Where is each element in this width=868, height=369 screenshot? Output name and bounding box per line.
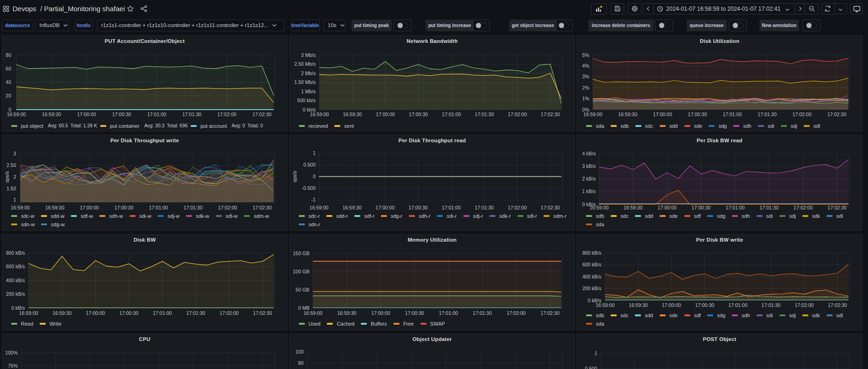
svg-text:2: 2 <box>14 174 16 180</box>
svg-text:17:01:30: 17:01:30 <box>475 205 494 210</box>
svg-text:17:01:30: 17:01:30 <box>475 111 494 117</box>
svg-text:17:02:30: 17:02:30 <box>253 205 272 210</box>
svg-text:16:59:00: 16:59:00 <box>310 111 329 117</box>
svg-text:0.500: 0.500 <box>585 365 597 369</box>
svg-text:1: 1 <box>14 197 16 202</box>
svg-text:17:00:00: 17:00:00 <box>77 111 96 117</box>
svg-text:500 kb/s: 500 kb/s <box>297 97 316 103</box>
svg-text:17:00:30: 17:00:30 <box>112 111 131 117</box>
svg-text:17:01:00: 17:01:00 <box>153 310 172 316</box>
svg-text:2.50 Mb/s: 2.50 Mb/s <box>294 61 316 67</box>
svg-text:17:02:30: 17:02:30 <box>541 111 560 117</box>
svg-text:2%: 2% <box>582 85 589 91</box>
svg-text:16:59:30: 16:59:30 <box>342 205 361 210</box>
svg-text:17:00:30: 17:00:30 <box>409 111 428 117</box>
svg-text:50 GB: 50 GB <box>296 287 310 292</box>
svg-text:40: 40 <box>6 79 11 85</box>
svg-text:16:59:00: 16:59:00 <box>7 111 26 117</box>
svg-text:17:01:30: 17:01:30 <box>473 310 492 316</box>
svg-text:17:00:00: 17:00:00 <box>375 205 394 210</box>
svg-text:16:59:30: 16:59:30 <box>42 111 61 117</box>
svg-text:2.50: 2.50 <box>7 162 16 168</box>
svg-text:17:02:30: 17:02:30 <box>827 111 847 117</box>
svg-text:17:02:00: 17:02:00 <box>508 111 527 117</box>
svg-text:4%: 4% <box>582 63 589 69</box>
svg-text:60: 60 <box>6 66 11 71</box>
svg-text:17:01:00: 17:01:00 <box>441 205 461 210</box>
svg-text:16:59:30: 16:59:30 <box>45 205 64 210</box>
svg-text:1.50: 1.50 <box>7 186 16 191</box>
svg-text:ops/s: ops/s <box>4 171 10 183</box>
svg-text:17:01:00: 17:01:00 <box>729 302 748 308</box>
svg-text:16:59:30: 16:59:30 <box>343 111 362 117</box>
svg-text:17:02:30: 17:02:30 <box>541 205 560 210</box>
svg-text:17:00:30: 17:00:30 <box>119 310 138 316</box>
svg-text:16:59:00: 16:59:00 <box>11 205 30 210</box>
svg-text:80: 80 <box>298 360 303 365</box>
svg-text:75%: 75% <box>8 362 18 368</box>
svg-text:17:00:30: 17:00:30 <box>695 302 714 308</box>
svg-text:17:02:00: 17:02:00 <box>794 205 813 210</box>
svg-text:1%: 1% <box>582 96 589 101</box>
svg-text:17:02:00: 17:02:00 <box>217 111 236 117</box>
svg-text:0: 0 <box>313 174 316 179</box>
svg-text:17:00:30: 17:00:30 <box>408 205 427 210</box>
svg-text:17:00:00: 17:00:00 <box>658 205 677 210</box>
svg-text:0 kB/s: 0 kB/s <box>11 305 25 311</box>
svg-text:17:02:00: 17:02:00 <box>218 205 237 210</box>
svg-text:16:59:00: 16:59:00 <box>19 310 38 316</box>
svg-text:150 GB: 150 GB <box>293 251 310 256</box>
svg-text:600 kB/s: 600 kB/s <box>6 264 25 269</box>
svg-text:17:00:00: 17:00:00 <box>371 310 390 316</box>
svg-text:17:00:00: 17:00:00 <box>86 310 105 316</box>
svg-text:17:01:30: 17:01:30 <box>758 111 777 117</box>
svg-text:17:01:30: 17:01:30 <box>762 302 781 308</box>
svg-text:17:01:30: 17:01:30 <box>760 205 779 210</box>
svg-text:3 kB/s: 3 kB/s <box>582 163 596 169</box>
svg-text:-1: -1 <box>311 197 315 202</box>
svg-text:17:02:30: 17:02:30 <box>828 302 847 308</box>
svg-text:20: 20 <box>6 93 11 98</box>
svg-text:17:01:30: 17:01:30 <box>182 111 201 117</box>
svg-text:100%: 100% <box>5 350 18 355</box>
svg-text:16:59:30: 16:59:30 <box>618 111 637 117</box>
svg-text:17:01:30: 17:01:30 <box>184 205 203 210</box>
svg-text:17:02:00: 17:02:00 <box>506 310 525 316</box>
svg-text:17:00:30: 17:00:30 <box>688 111 707 117</box>
svg-text:3: 3 <box>14 151 16 156</box>
svg-text:17:00:30: 17:00:30 <box>692 205 711 210</box>
svg-text:16:59:00: 16:59:00 <box>303 310 323 316</box>
svg-text:17:00:00: 17:00:00 <box>662 302 681 308</box>
svg-text:3 Mb/s: 3 Mb/s <box>301 52 316 58</box>
svg-text:17:02:30: 17:02:30 <box>252 111 271 117</box>
svg-text:600 kB/s: 600 kB/s <box>582 262 601 267</box>
svg-text:17:02:30: 17:02:30 <box>828 205 847 210</box>
svg-text:100 GB: 100 GB <box>293 269 310 274</box>
svg-text:17:01:00: 17:01:00 <box>442 111 461 117</box>
svg-text:0 MB: 0 MB <box>298 305 310 311</box>
svg-text:400 kB/s: 400 kB/s <box>582 274 601 279</box>
svg-text:800 kB/s: 800 kB/s <box>582 250 601 256</box>
svg-text:16:59:00: 16:59:00 <box>584 111 603 117</box>
svg-text:17:02:00: 17:02:00 <box>220 310 239 316</box>
svg-text:16:59:00: 16:59:00 <box>590 205 609 210</box>
svg-text:17:00:30: 17:00:30 <box>405 310 424 316</box>
svg-text:200 kB/s: 200 kB/s <box>6 291 25 297</box>
svg-text:100: 100 <box>295 349 303 355</box>
svg-text:2 Mb/s: 2 Mb/s <box>301 70 316 76</box>
svg-text:1: 1 <box>594 350 597 355</box>
svg-text:400 kB/s: 400 kB/s <box>6 278 25 283</box>
svg-text:-0.500: -0.500 <box>302 185 316 191</box>
svg-text:200 kB/s: 200 kB/s <box>582 285 601 291</box>
svg-text:17:00:30: 17:00:30 <box>114 205 133 210</box>
svg-text:17:00:00: 17:00:00 <box>80 205 99 210</box>
svg-text:17:01:00: 17:01:00 <box>726 205 745 210</box>
svg-text:17:01:00: 17:01:00 <box>149 205 168 210</box>
svg-text:17:01:00: 17:01:00 <box>723 111 742 117</box>
svg-text:3%: 3% <box>582 74 589 79</box>
svg-text:16:59:00: 16:59:00 <box>310 205 329 210</box>
svg-text:80: 80 <box>6 52 11 58</box>
svg-text:17:01:00: 17:01:00 <box>439 310 458 316</box>
svg-text:0.500: 0.500 <box>303 162 315 167</box>
svg-text:17:01:30: 17:01:30 <box>186 310 205 316</box>
